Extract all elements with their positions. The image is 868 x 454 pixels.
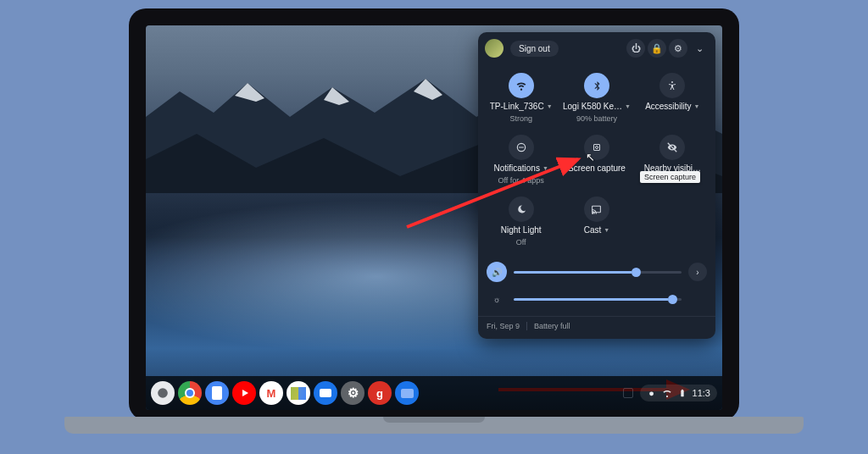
svg-rect-12 (682, 390, 683, 390)
footer-date: Fri, Sep 9 (487, 322, 520, 330)
chevron-down-icon: ▼ (625, 103, 631, 109)
footer-battery: Battery full (534, 322, 570, 330)
wifi-tile[interactable]: TP-Link_736C▼ Strong (483, 68, 559, 130)
bluetooth-sub: 90% battery (576, 114, 617, 123)
brightness-icon[interactable]: ☼ (487, 289, 507, 309)
cast-title: Cast (584, 225, 602, 235)
cast-tile[interactable]: Cast▼ (559, 191, 634, 253)
wifi-title: TP-Link_736C (490, 102, 544, 111)
notifications-badge-icon: ● (647, 388, 657, 398)
wifi-icon (509, 73, 534, 98)
app-g[interactable]: g (368, 381, 392, 405)
avatar[interactable] (485, 39, 504, 58)
brightness-slider[interactable] (514, 298, 682, 301)
app-drive[interactable] (287, 381, 310, 405)
lock-icon[interactable]: 🔒 (648, 39, 666, 58)
chevron-down-icon: ▼ (694, 103, 700, 109)
collapse-icon[interactable]: ⌄ (690, 39, 709, 58)
settings-icon[interactable]: ⚙ (669, 39, 687, 58)
svg-point-7 (593, 213, 593, 213)
battery-status-icon (677, 388, 687, 398)
screen-capture-tile[interactable]: Screen capture (559, 130, 634, 191)
volume-icon[interactable]: 🔊 (487, 262, 507, 282)
app-messages[interactable] (314, 381, 337, 405)
volume-slider[interactable] (514, 271, 682, 274)
app-docs[interactable] (205, 381, 229, 405)
accessibility-title: Accessibility (645, 102, 691, 111)
screen-capture-icon (584, 135, 609, 160)
screen-capture-title: Screen capture (568, 163, 626, 173)
notifications-tile[interactable]: Notifications▼ Off for 4 apps (483, 130, 559, 191)
chevron-down-icon: ▼ (542, 165, 548, 171)
audio-settings-chevron-icon[interactable]: › (688, 263, 707, 281)
accessibility-icon (659, 73, 685, 98)
notifications-sub: Off for 4 apps (498, 176, 543, 185)
bluetooth-title: Logi K580 Ke… (563, 102, 622, 111)
night-light-tile[interactable]: Night Light Off (483, 191, 559, 253)
visibility-off-icon (659, 135, 685, 160)
app-chrome[interactable] (178, 381, 202, 405)
app-settings[interactable] (341, 381, 364, 405)
svg-point-4 (595, 147, 598, 149)
notifications-title: Notifications (493, 163, 539, 173)
app-youtube[interactable] (232, 381, 256, 405)
wifi-sub: Strong (509, 114, 532, 123)
svg-rect-3 (593, 145, 599, 151)
bluetooth-tile[interactable]: Logi K580 Ke…▼ 90% battery (559, 68, 634, 130)
app-gmail[interactable] (259, 381, 283, 405)
tooltip: Screen capture (640, 171, 700, 183)
bluetooth-icon (584, 73, 609, 98)
svg-point-0 (671, 81, 673, 83)
cast-icon (584, 197, 609, 222)
clock: 11:3 (693, 388, 710, 398)
wifi-status-icon (662, 388, 672, 398)
status-tray[interactable]: ● 11:3 (640, 385, 717, 401)
chevron-down-icon: ▼ (547, 103, 553, 109)
launcher-button[interactable] (151, 381, 175, 405)
holding-space[interactable] (623, 388, 633, 398)
night-light-title: Night Light (501, 225, 542, 235)
power-icon[interactable]: ⏻ (626, 39, 645, 58)
desktop-screen: Sign out ⏻ 🔒 ⚙ ⌄ TP-Link_736C▼ Strong Lo… (146, 25, 722, 410)
app-files[interactable] (395, 381, 419, 405)
quick-settings-panel: Sign out ⏻ 🔒 ⚙ ⌄ TP-Link_736C▼ Strong Lo… (478, 32, 715, 339)
shelf: g ● 11:3 (146, 376, 722, 410)
sign-out-button[interactable]: Sign out (510, 41, 559, 57)
svg-point-10 (158, 388, 168, 398)
svg-rect-11 (681, 390, 683, 397)
laptop-base (64, 417, 804, 434)
dnd-icon (509, 135, 534, 160)
accessibility-tile[interactable]: Accessibility▼ (635, 68, 710, 130)
chevron-down-icon: ▼ (604, 227, 609, 233)
night-light-icon (509, 197, 534, 222)
night-light-sub: Off (516, 238, 526, 246)
